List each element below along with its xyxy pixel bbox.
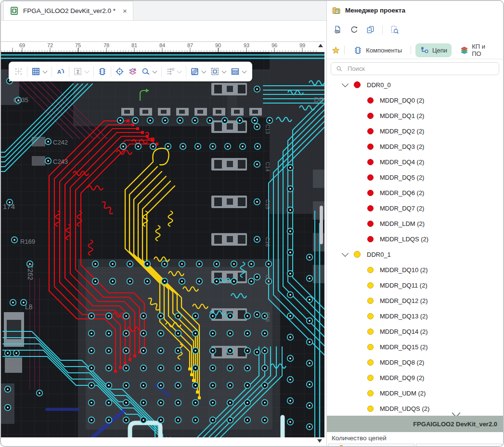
toolbar-button-component[interactable] [98, 67, 107, 76]
board-view-icon [231, 67, 240, 76]
net-label: MDDR_DQ0 (2) [380, 97, 424, 104]
net-group-label: DDR0_1 [367, 251, 391, 258]
net-row[interactable]: MDDR_DQ2 (2) [327, 123, 503, 139]
net-color-dot [367, 282, 374, 289]
chevron-down-icon[interactable] [153, 68, 157, 73]
search-document-icon[interactable] [390, 25, 399, 34]
crosshair-icon [115, 67, 124, 76]
net-row[interactable]: MDDR_DQ8 (2) [327, 355, 503, 370]
pcb-ref-label: C18 [265, 312, 271, 322]
net-color-dot [367, 313, 374, 319]
net-color-dot [367, 267, 374, 273]
clipped-table-cell [416, 444, 502, 447]
pcb-editor-pane: FPGA_IGLOO2 DevKit_ver2.0 * × 69 72 75 7… [1, 1, 326, 446]
show-document-icon[interactable] [333, 25, 342, 34]
net-color-dot [367, 359, 374, 366]
net-label: MDDR_DQ4 (2) [380, 158, 424, 166]
chevron-down-icon[interactable] [342, 250, 349, 256]
net-row[interactable]: MDDR_DQ6 (2) [327, 185, 503, 200]
toolbar-button-outline-region[interactable] [210, 67, 227, 76]
net-row[interactable]: MDDR_DQ4 (2) [327, 154, 503, 170]
tab-close-icon[interactable]: × [123, 7, 127, 15]
pcb-canvas-viewport[interactable]: C235 C242 C243 174 R169 C262 L8 C13 C14 … [1, 52, 324, 437]
chevron-down-icon[interactable] [222, 68, 227, 73]
chevron-down-icon[interactable] [242, 68, 247, 73]
document-tab[interactable]: FPGA_IGLOO2 DevKit_ver2.0 * × [3, 1, 133, 20]
toolbar-button-crosshair[interactable] [115, 67, 124, 76]
net-row[interactable]: MDDR_UDQS (2) [327, 401, 503, 416]
project-folder-icon [332, 6, 341, 15]
toolbar-button-snap-points[interactable] [14, 67, 23, 76]
net-row[interactable]: MDDR_LDM (2) [327, 216, 503, 231]
net-color-dot [367, 390, 374, 396]
scroll-down-arrow[interactable] [317, 439, 322, 443]
net-row[interactable]: MDDR_DQ10 (2) [327, 262, 503, 277]
toolbar-button-flip-layer[interactable] [128, 67, 137, 76]
net-label: MDDR_DQ2 (2) [380, 128, 424, 135]
net-color-dot [367, 205, 374, 211]
canvas-toolbar: A Σ [9, 62, 252, 81]
tab-nets[interactable]: Цепи [415, 43, 452, 57]
copy-remove-icon[interactable] [366, 25, 375, 34]
chevron-down-icon[interactable] [342, 80, 349, 87]
active-project-name: FPGAIGLOO2 DevKit_ver2.0 [413, 421, 497, 428]
tab-kp-po[interactable]: КП и ПО [456, 40, 498, 60]
toolbar-button-fill-region[interactable] [190, 67, 207, 76]
net-row[interactable]: MDDR_DQ15 (2) [327, 339, 503, 355]
net-row[interactable]: MDDR_UDM (2) [327, 385, 503, 401]
net-color-dot [367, 113, 374, 119]
net-row[interactable]: MDDR_DQ9 (2) [327, 370, 503, 385]
net-group-row[interactable]: DDR0_1 [327, 247, 503, 262]
refresh-icon[interactable] [349, 25, 359, 34]
net-row[interactable]: MDDR_DQ5 (2) [327, 170, 503, 185]
net-color-dot [367, 221, 374, 227]
toolbar-button-sum[interactable]: Σ [73, 67, 90, 76]
scroll-up-arrow[interactable] [318, 44, 323, 47]
net-label: MDDR_DQ6 (2) [380, 189, 424, 197]
net-row[interactable]: MDDR_DQ13 (2) [327, 308, 503, 324]
net-row[interactable]: MDDR_LDQS (2) [327, 231, 503, 247]
net-icon [420, 46, 429, 55]
toolbar-button-net-filter[interactable] [166, 67, 182, 76]
net-label: MDDR_DQ15 (2) [380, 343, 428, 351]
net-group-row[interactable]: DDR0_0 [327, 77, 503, 92]
net-row[interactable]: MDDR_DQ3 (2) [327, 139, 503, 154]
net-color-dot [367, 236, 374, 242]
toolbar-button-zoom-selection[interactable] [141, 67, 157, 76]
net-row[interactable]: MDDR_DQ14 (2) [327, 324, 503, 339]
net-label: MDDR_DQ9 (2) [380, 374, 424, 381]
clipped-table-row [328, 444, 502, 447]
chevron-down-icon[interactable] [202, 68, 207, 73]
horizontal-ruler: 69 72 75 78 81 84 87 90 93 96 99 [1, 41, 324, 53]
active-project-bar[interactable]: FPGAIGLOO2 DevKit_ver2.0 [327, 416, 503, 432]
tab-title: FPGA_IGLOO2 DevKit_ver2.0 * [23, 7, 116, 14]
pcb-canvas[interactable]: C235 C242 C243 174 R169 C262 L8 C13 C14 … [1, 52, 324, 437]
favorites-star-icon[interactable] [332, 46, 340, 55]
pcb-ref-label: C235 [13, 96, 28, 104]
chevron-down-icon[interactable] [43, 68, 48, 73]
net-count-label: Количество цепей [332, 434, 387, 442]
net-label: MDDR_DQ5 (2) [380, 174, 424, 181]
pcb-ref-label: C14 [265, 162, 271, 171]
net-color-dot [367, 128, 374, 134]
sum-icon: Σ [73, 67, 82, 76]
pcb-ref-label: L8 [25, 303, 33, 311]
tab-components[interactable]: Компоненты [349, 43, 406, 57]
net-color-dot [367, 190, 374, 196]
text-orientation-icon: A [56, 67, 65, 76]
net-row[interactable]: MDDR_DQ0 (2) [327, 92, 503, 108]
net-row[interactable]: MDDR_DQ7 (2) [327, 200, 503, 216]
toolbar-button-grid[interactable] [31, 67, 48, 76]
net-row[interactable]: MDDR_DQ11 (2) [327, 277, 503, 293]
net-label: MDDR_UDM (2) [380, 390, 426, 397]
net-color-dot [367, 144, 374, 150]
toolbar-button-board-view[interactable] [231, 67, 247, 76]
toolbar-button-text-orientation[interactable]: A [56, 67, 65, 76]
net-label: MDDR_DQ11 (2) [380, 282, 427, 289]
search-input[interactable] [347, 65, 494, 73]
pcb-ref-label: C13 [265, 124, 271, 134]
net-row[interactable]: MDDR_DQ1 (2) [327, 108, 503, 123]
vertical-scrollbar-thumb[interactable] [320, 206, 323, 244]
grid-icon [31, 67, 40, 76]
net-row[interactable]: MDDR_DQ12 (2) [327, 293, 503, 308]
